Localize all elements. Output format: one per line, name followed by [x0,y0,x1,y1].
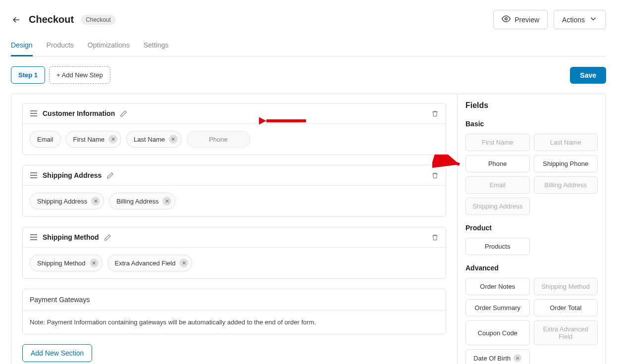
section-customer-information: Customer Information Email First Name✕ L… [22,103,446,155]
remove-icon[interactable]: ✕ [90,259,99,267]
chip-email[interactable]: Email [30,131,61,148]
tab-settings[interactable]: Settings [144,40,169,56]
section-title: Customer Information [43,109,115,117]
remove-icon[interactable]: ✕ [108,135,117,144]
field-shipping-method: Shipping Method [534,278,598,295]
remove-icon[interactable]: ✕ [169,135,178,144]
chip-last-name[interactable]: Last Name✕ [126,131,182,148]
pencil-icon[interactable] [106,172,114,179]
trash-icon[interactable] [431,110,439,117]
svg-point-0 [505,18,508,20]
actions-button[interactable]: Actions [554,10,606,29]
tab-design[interactable]: Design [11,40,33,56]
chip-phone-ghost[interactable]: Phone [187,131,250,148]
field-shipping-address: Shipping Address [465,198,530,215]
pencil-icon[interactable] [120,110,127,117]
field-order-total[interactable]: Order Total [534,299,598,316]
add-new-section-button[interactable]: Add New Section [22,344,92,362]
section-shipping-method: Shipping Method Shipping Method✕ Extra A… [22,227,446,279]
section-payment-gateways: Payment Gateways Note: Payment Informati… [22,289,446,334]
payment-gateways-note: Note: Payment Information containing gat… [23,311,446,334]
top-tabs: Design Products Optimizations Settings [11,40,606,56]
field-phone[interactable]: Phone [465,155,530,172]
field-shipping-phone[interactable]: Shipping Phone [534,155,598,172]
fields-group-advanced: Advanced [465,264,598,272]
payment-gateways-title: Payment Gateways [23,289,446,311]
eye-icon [502,14,511,25]
field-coupon-code[interactable]: Coupon Code [465,320,530,345]
remove-icon[interactable]: ✕ [162,197,171,206]
chevron-down-icon [589,14,598,25]
preview-button[interactable]: Preview [493,10,548,29]
section-title: Shipping Address [43,171,102,179]
chip-billing-address[interactable]: Billing Address✕ [109,193,175,209]
svg-line-2 [435,157,460,164]
chip-shipping-address[interactable]: Shipping Address✕ [30,193,104,209]
remove-icon[interactable]: ✕ [179,259,188,267]
tab-products[interactable]: Products [47,40,74,56]
section-shipping-address: Shipping Address Shipping Address✕ Billi… [22,165,446,217]
remove-icon[interactable]: ✕ [514,354,521,362]
back-arrow[interactable] [11,14,22,25]
actions-label: Actions [562,16,585,24]
field-order-notes[interactable]: Order Notes [465,278,530,295]
field-products[interactable]: Products [465,238,530,255]
fields-heading: Fields [465,101,598,110]
page-title: Checkout [29,14,74,25]
page-type-badge: Checkout [81,15,116,25]
add-step-button[interactable]: + Add New Step [49,66,110,84]
fields-group-product: Product [465,224,598,232]
field-order-summary[interactable]: Order Summary [465,299,530,316]
field-email: Email [465,176,530,194]
field-last-name: Last Name [534,134,598,151]
chip-first-name[interactable]: First Name✕ [66,131,122,148]
chip-extra-advanced-field[interactable]: Extra Advanced Field✕ [107,255,193,271]
field-first-name: First Name [465,134,530,151]
drag-handle-icon[interactable] [30,234,38,241]
drag-handle-icon[interactable] [30,110,38,117]
trash-icon[interactable] [431,234,439,241]
field-billing-address: Billing Address [534,176,598,194]
fields-sidebar: Fields Basic First Name Last Name Phone … [457,94,606,364]
remove-icon[interactable]: ✕ [91,197,100,206]
field-extra-advanced: Extra Advanced Field [534,320,598,345]
drag-handle-icon[interactable] [30,172,38,179]
trash-icon[interactable] [431,172,439,179]
save-button[interactable]: Save [570,67,606,84]
tab-optimizations[interactable]: Optimizations [88,40,130,56]
preview-label: Preview [514,16,539,24]
step-1-button[interactable]: Step 1 [11,66,45,84]
pencil-icon[interactable] [104,234,111,241]
chip-shipping-method[interactable]: Shipping Method✕ [30,255,103,271]
field-date-of-birth[interactable]: Date Of Birth ✕ [465,349,530,364]
fields-group-basic: Basic [465,120,598,128]
section-title: Shipping Method [43,233,99,241]
